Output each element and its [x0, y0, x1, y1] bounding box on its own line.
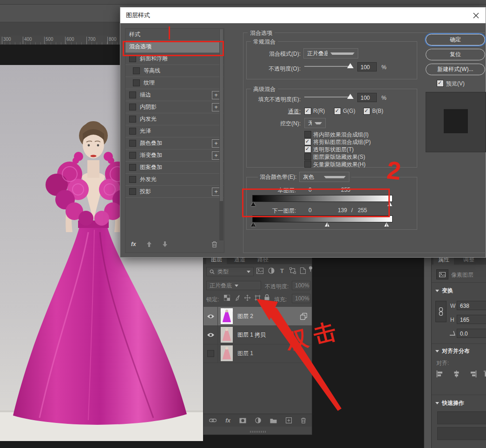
this-layer-gradient-bar[interactable] — [252, 195, 393, 202]
blend-clipped-checkbox[interactable] — [304, 138, 311, 145]
style-item[interactable]: 颜色叠加+ — [125, 137, 224, 149]
layer-blend-mode-select[interactable]: 正片叠底 — [206, 281, 261, 290]
lock-transparency-icon[interactable] — [224, 295, 230, 301]
style-item[interactable]: 等高线 — [125, 65, 224, 77]
align-section-header[interactable]: 对齐并分布 — [435, 347, 470, 355]
style-item[interactable]: 内阴影+ — [125, 101, 224, 113]
style-item-blending-options[interactable]: 混合选项 — [125, 41, 224, 53]
layer-fill-value[interactable]: 100% — [292, 294, 310, 303]
quick-actions-section-header[interactable]: 快速操作 — [435, 399, 464, 407]
align-center-horizontal-icon[interactable] — [453, 370, 460, 377]
filter-adjustment-layers-icon[interactable] — [268, 267, 275, 274]
layer-thumbnail[interactable] — [221, 327, 233, 343]
add-mask-icon[interactable] — [239, 418, 246, 423]
layer-name[interactable]: 图层 2 — [237, 312, 253, 320]
visibility-toggle[interactable] — [204, 307, 218, 325]
this-layer-black-slider[interactable] — [251, 202, 256, 206]
channel-b-checkbox[interactable] — [363, 108, 370, 115]
lock-position-icon[interactable] — [244, 295, 250, 301]
underlying-white-slider[interactable] — [384, 222, 389, 227]
style-checkbox[interactable] — [129, 188, 136, 195]
lock-pixels-brush-icon[interactable] — [234, 295, 240, 301]
layer-row-1[interactable]: 图层 1 — [204, 344, 312, 363]
style-checkbox[interactable] — [129, 55, 136, 62]
filter-type-select[interactable]: 类型 — [206, 267, 254, 276]
align-right-icon[interactable] — [470, 370, 477, 377]
transparency-shapes-checkbox[interactable] — [304, 146, 311, 153]
layer-thumbnail[interactable] — [221, 345, 233, 361]
styles-scrollbar[interactable] — [219, 29, 223, 240]
align-top-icon[interactable] — [484, 370, 486, 377]
filter-type-layers-icon[interactable]: T — [280, 267, 284, 274]
style-checkbox[interactable] — [129, 176, 136, 183]
link-dimensions-button[interactable] — [435, 301, 447, 322]
underlying-gradient-bar[interactable] — [252, 215, 393, 222]
quick-action-button-2[interactable] — [437, 427, 486, 440]
layer-row-1-copy[interactable]: 图层 1 拷贝 — [204, 325, 312, 344]
new-group-folder-icon[interactable] — [270, 418, 277, 423]
new-layer-icon[interactable] — [286, 417, 292, 423]
align-left-icon[interactable] — [436, 370, 443, 377]
delete-layer-trash-icon[interactable] — [301, 417, 306, 423]
channel-g-checkbox[interactable] — [334, 108, 341, 115]
quick-action-button-1[interactable] — [437, 411, 486, 424]
layer-mask-hides-checkbox[interactable] — [304, 153, 311, 160]
underlying-mid-slider[interactable] — [325, 222, 329, 227]
blend-if-select[interactable]: 灰色 — [299, 172, 349, 182]
filter-smart-object-icon[interactable] — [300, 267, 306, 274]
lock-artboard-icon[interactable] — [255, 295, 261, 301]
layer-opacity-value[interactable]: 100% — [292, 281, 310, 290]
adjustment-layer-icon[interactable] — [255, 417, 261, 423]
panel-dock-divider[interactable] — [424, 254, 432, 448]
style-item[interactable]: 斜面和浮雕 — [125, 53, 224, 65]
blend-interior-checkbox[interactable] — [304, 131, 311, 138]
filter-pin-icon[interactable] — [309, 266, 313, 272]
style-checkbox[interactable] — [129, 104, 136, 110]
move-effect-up-icon[interactable] — [146, 241, 152, 247]
layer-style-fx-icon[interactable]: fx — [225, 417, 230, 424]
close-icon[interactable] — [473, 13, 479, 19]
ok-button[interactable]: 确定 — [426, 34, 485, 45]
style-checkbox[interactable] — [129, 164, 136, 171]
style-checkbox[interactable] — [129, 116, 136, 123]
this-layer-white-slider[interactable] — [387, 202, 392, 206]
filter-pixel-layers-icon[interactable] — [256, 268, 263, 274]
dialog-title-bar[interactable]: 图层样式 — [120, 7, 486, 23]
transform-section-header[interactable]: 变换 — [435, 287, 453, 295]
style-item[interactable]: 光泽 — [125, 125, 224, 137]
preview-checkbox[interactable] — [437, 80, 444, 87]
style-item[interactable]: 描边+ — [125, 89, 224, 101]
style-item[interactable]: 纹理 — [125, 77, 224, 89]
panel-resize-grip[interactable] — [250, 431, 266, 433]
blend-mode-select[interactable]: 正片叠底 — [303, 48, 358, 58]
angle-field[interactable]: 0.0 — [457, 329, 486, 338]
style-checkbox[interactable] — [129, 91, 136, 98]
style-checkbox[interactable] — [129, 152, 136, 159]
style-checkbox[interactable] — [129, 140, 136, 147]
new-style-button[interactable]: 新建样式(W)... — [426, 64, 485, 75]
vector-mask-hides-checkbox[interactable] — [304, 161, 311, 168]
underlying-black-slider[interactable] — [251, 222, 256, 227]
style-item[interactable]: 投影+ — [125, 186, 224, 198]
link-layers-icon[interactable] — [209, 418, 217, 422]
style-checkbox[interactable] — [133, 79, 140, 86]
fx-icon[interactable]: fx — [131, 241, 136, 247]
filter-shape-layers-icon[interactable] — [289, 267, 296, 274]
opacity-slider[interactable] — [304, 62, 352, 71]
style-item[interactable]: 外发光 — [125, 174, 224, 186]
lock-all-icon[interactable] — [264, 294, 269, 300]
style-checkbox[interactable] — [129, 128, 136, 135]
width-field[interactable]: 638 — [457, 301, 486, 310]
layer-thumbnail[interactable] — [221, 308, 233, 324]
fill-opacity-field[interactable]: 100 — [357, 93, 377, 102]
knockout-select[interactable]: 无 — [304, 118, 326, 128]
move-effect-down-icon[interactable] — [162, 241, 168, 247]
style-item[interactable]: 渐变叠加+ — [125, 149, 224, 162]
fill-opacity-slider[interactable] — [304, 93, 352, 101]
style-item[interactable]: 内发光 — [125, 113, 224, 125]
visibility-toggle[interactable] — [204, 325, 218, 344]
height-field[interactable]: 165 — [457, 315, 486, 324]
visibility-toggle[interactable] — [204, 344, 218, 363]
delete-effect-trash-icon[interactable] — [211, 241, 217, 247]
channel-r-checkbox[interactable] — [304, 108, 311, 115]
